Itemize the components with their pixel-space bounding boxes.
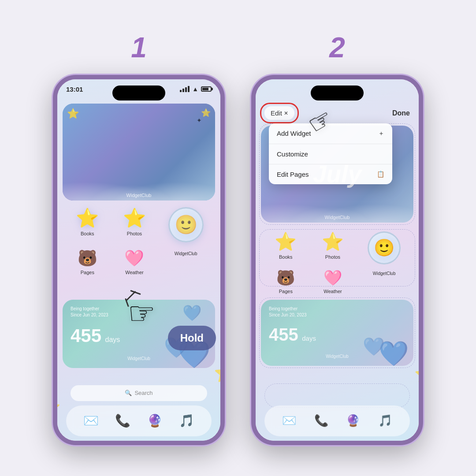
banner-star-l: ⭐ bbox=[67, 108, 79, 119]
phone-1-screen: 13:01 ▲ bbox=[57, 79, 220, 441]
weather-icon: 🩷 bbox=[124, 249, 144, 268]
edit-bar: Edit ✕ Done bbox=[256, 104, 419, 123]
books-label: Books bbox=[81, 231, 94, 236]
edit-label: Edit bbox=[271, 109, 282, 117]
hand-cursor-1: ☞ bbox=[128, 295, 156, 331]
weather-label: Weather bbox=[125, 270, 143, 275]
app-pages[interactable]: 🐻 Pages bbox=[70, 249, 105, 275]
star-deco-bl: ⭐ bbox=[53, 399, 60, 414]
photos-label: Photos bbox=[127, 231, 142, 236]
pages-icon: 🐻 bbox=[78, 249, 97, 268]
signal-bar-2 bbox=[182, 89, 184, 92]
done-button[interactable]: Done bbox=[392, 109, 410, 117]
music-icon-1: 🎵 bbox=[179, 413, 194, 428]
counter-number-1: 455 bbox=[71, 325, 101, 346]
app-row-2: 🐻 Pages 🩷 Weather WidgetClub bbox=[57, 249, 220, 275]
step-2: 2 ⭐ ⭐ Edit ✕ Done bbox=[251, 31, 423, 445]
star-deco-tl: ⭐ bbox=[53, 75, 63, 88]
search-bar-1[interactable]: 🔍 Search bbox=[71, 385, 207, 401]
hold-badge: Hold bbox=[168, 326, 216, 350]
banner-widgetclub-1: WidgetClub bbox=[126, 193, 152, 198]
search-text-1: Search bbox=[134, 390, 152, 396]
counter-unit-1: days bbox=[105, 336, 120, 343]
app-row-1: ⭐ Books ⭐ Photos 🙂 bbox=[57, 207, 220, 242]
status-time-1: 13:01 bbox=[66, 86, 83, 93]
dock-browser-2[interactable]: 🔮 bbox=[342, 410, 364, 432]
battery-icon-1 bbox=[201, 86, 212, 92]
add-widget-label: Add Widget bbox=[277, 130, 311, 137]
widgetclub-label-container: WidgetClub bbox=[164, 249, 208, 256]
star-deco-2-r: ⭐ bbox=[414, 365, 423, 383]
edit-pages-icon: 📋 bbox=[377, 171, 384, 178]
dock-music-2[interactable]: 🎵 bbox=[374, 410, 396, 432]
banner-star-r2: ✦ bbox=[197, 117, 202, 124]
dock-phone-2[interactable]: 📞 bbox=[310, 410, 332, 432]
pages-label-2: Pages bbox=[279, 289, 293, 294]
search-icon-1: 🔍 bbox=[125, 390, 132, 396]
edit-pages-label: Edit Pages bbox=[277, 171, 309, 178]
app-rows-dashed bbox=[259, 229, 415, 286]
phone-2: ⭐ ⭐ Edit ✕ Done bbox=[251, 75, 423, 445]
step-2-number: 2 bbox=[329, 31, 345, 64]
app-photos[interactable]: ⭐ Photos bbox=[117, 207, 152, 236]
star-deco-tr: ⭐ bbox=[216, 75, 225, 87]
music-icon-2: 🎵 bbox=[378, 414, 392, 428]
counter-dashed bbox=[259, 298, 415, 368]
smiley-emoji: 🙂 bbox=[175, 216, 197, 234]
edit-button-container: Edit ✕ bbox=[264, 106, 294, 120]
add-widget-icon: ＋ bbox=[378, 130, 384, 138]
dock-mail-2[interactable]: ✉️ bbox=[278, 410, 300, 432]
books-icon: ⭐ bbox=[76, 207, 99, 229]
signal-bar-1 bbox=[180, 90, 182, 92]
wifi-icon-1: ▲ bbox=[192, 86, 198, 93]
signal-bars-1 bbox=[180, 86, 190, 92]
dock-mail-1[interactable]: ✉️ bbox=[80, 410, 102, 432]
star-deco-r: ⭐ bbox=[214, 363, 225, 383]
app-books[interactable]: ⭐ Books bbox=[70, 207, 105, 236]
weather-label-2: Weather bbox=[324, 289, 342, 294]
battery-fill-1 bbox=[202, 88, 208, 90]
status-icons-1: ▲ bbox=[180, 86, 212, 93]
widgetclub-label-1: WidgetClub bbox=[175, 251, 197, 256]
banner-star-r: ⭐ bbox=[201, 108, 211, 118]
phone-icon-2: 📞 bbox=[314, 414, 328, 428]
phone-1: ⭐ ⭐ ⭐ ⭐ 13:01 ▲ bbox=[53, 75, 225, 445]
dynamic-island-1 bbox=[112, 86, 165, 100]
banner-widget-1: ⭐ ⭐ ✦ July WidgetClub bbox=[63, 104, 215, 201]
dock-dashed-2 bbox=[264, 383, 410, 408]
main-container: 1 ⭐ ⭐ ⭐ ⭐ 13:01 bbox=[0, 0, 476, 476]
app-weather[interactable]: 🩷 Weather bbox=[117, 249, 152, 275]
dynamic-island-2 bbox=[311, 86, 364, 100]
smiley-widget-1: 🙂 bbox=[164, 207, 208, 242]
dock-2: ✉️ 📞 🔮 🎵 bbox=[264, 405, 410, 436]
smiley-face-1: 🙂 bbox=[168, 207, 204, 242]
signal-bar-3 bbox=[185, 87, 187, 92]
menu-edit-pages[interactable]: Edit Pages 📋 bbox=[269, 164, 392, 184]
edit-button[interactable]: Edit ✕ bbox=[264, 106, 294, 120]
pages-label: Pages bbox=[81, 270, 94, 275]
dock-music-1[interactable]: 🎵 bbox=[176, 410, 198, 432]
star-deco-2-tr: ⭐ bbox=[413, 75, 423, 86]
step-1: 1 ⭐ ⭐ ⭐ ⭐ 13:01 bbox=[53, 31, 225, 445]
menu-customize[interactable]: Customize bbox=[269, 144, 392, 164]
signal-bar-4 bbox=[188, 86, 190, 92]
banner-art-1: ⭐ ⭐ ✦ July bbox=[63, 104, 215, 201]
customize-label: Customize bbox=[277, 150, 308, 158]
step-1-number: 1 bbox=[131, 31, 147, 64]
dock-browser-1[interactable]: 🔮 bbox=[144, 410, 166, 432]
edit-chevron: ✕ bbox=[284, 110, 288, 116]
mail-icon-1: ✉️ bbox=[83, 413, 99, 428]
phone-icon-1: 📞 bbox=[115, 413, 130, 428]
browser-icon-2: 🔮 bbox=[346, 414, 360, 428]
photos-icon: ⭐ bbox=[123, 207, 146, 229]
browser-icon-1: 🔮 bbox=[147, 413, 163, 428]
dock-phone-1[interactable]: 📞 bbox=[112, 410, 134, 432]
dock-1: ✉️ 📞 🔮 🎵 bbox=[66, 405, 212, 436]
mail-icon-2: ✉️ bbox=[282, 414, 296, 428]
phone-2-screen: Edit ✕ Done Add Widget ＋ Customize bbox=[256, 79, 419, 441]
hold-label: Hold bbox=[180, 332, 204, 344]
